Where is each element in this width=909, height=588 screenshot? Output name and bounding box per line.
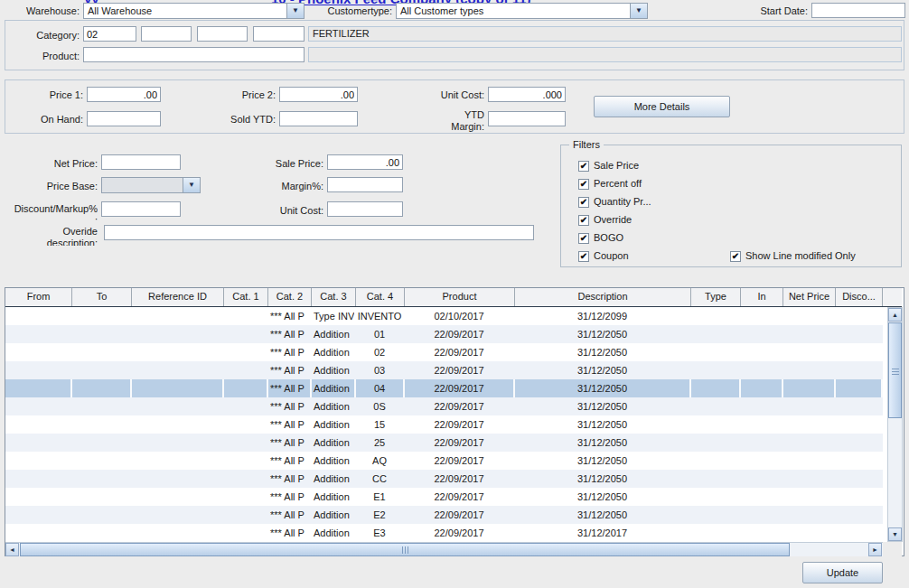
table-row[interactable]: *** All P Addition 0S 22/09/2017 31/12/2… xyxy=(5,397,883,415)
cell-cat3: Addition xyxy=(312,470,356,488)
cell-cat3: Addition xyxy=(312,397,356,415)
column-header-cat4[interactable]: Cat. 4 xyxy=(356,288,405,306)
price1-input[interactable] xyxy=(87,87,161,102)
column-header-filler xyxy=(883,288,902,306)
unit-cost2-input[interactable] xyxy=(327,201,403,217)
table-row[interactable]: *** All P Addition E1 22/09/2017 31/12/2… xyxy=(5,488,883,506)
cell-from xyxy=(5,488,72,506)
sale-price-input[interactable] xyxy=(327,154,403,170)
filter-bogo-checkbox[interactable]: ✔ BOGO xyxy=(578,232,623,244)
filter-percent-off-checkbox[interactable]: ✔ Percent off xyxy=(578,178,642,190)
cell-reference-id xyxy=(132,434,224,452)
table-row[interactable]: *** All P Addition 04 22/09/2017 31/12/2… xyxy=(5,379,883,397)
warehouse-label: Warehouse: xyxy=(16,5,80,17)
column-header-to[interactable]: To xyxy=(72,288,132,306)
cell-cat2: *** All P xyxy=(268,470,312,488)
on-hand-input[interactable] xyxy=(87,111,161,126)
category-code2-input[interactable] xyxy=(141,26,192,42)
cell-cat2: *** All P xyxy=(268,325,312,343)
cell-discount xyxy=(836,434,883,452)
column-header-cat1[interactable]: Cat. 1 xyxy=(224,288,268,306)
scroll-right-icon[interactable]: ► xyxy=(868,543,882,556)
cell-net-price xyxy=(783,397,836,415)
horizontal-scrollbar[interactable]: ◄ ► xyxy=(5,542,883,556)
cell-cat1 xyxy=(224,470,268,488)
cell-from xyxy=(5,506,72,524)
customertype-combo-value: All Customer types xyxy=(397,4,630,18)
column-header-cat2[interactable]: Cat. 2 xyxy=(268,288,312,306)
filter-label: Sale Price xyxy=(594,160,639,172)
customertype-combo[interactable]: All Customer types ▼ xyxy=(396,3,648,19)
on-hand-label: On Hand: xyxy=(20,114,83,126)
category-code3-input[interactable] xyxy=(197,26,248,42)
table-row[interactable]: *** All P Addition 02 22/09/2017 31/12/2… xyxy=(5,343,883,361)
start-date-input[interactable] xyxy=(811,3,905,18)
cell-to xyxy=(72,325,132,343)
column-header-reference-id[interactable]: Reference ID xyxy=(132,288,224,306)
cell-cat2: *** All P xyxy=(268,506,312,524)
cell-from xyxy=(5,325,72,343)
scroll-up-icon[interactable]: ▲ xyxy=(888,308,902,322)
more-details-button[interactable]: More Details xyxy=(594,96,730,117)
unit-cost-input[interactable] xyxy=(488,87,566,102)
cell-cat1 xyxy=(224,325,268,343)
filter-coupon-checkbox[interactable]: ✔ Coupon xyxy=(578,250,629,262)
filter-label: BOGO xyxy=(594,232,623,244)
column-header-discount[interactable]: Disco... xyxy=(836,288,883,306)
chevron-down-icon[interactable]: ▼ xyxy=(630,4,647,18)
price2-input[interactable] xyxy=(279,87,358,102)
chevron-down-icon[interactable]: ▼ xyxy=(183,178,200,192)
column-header-type[interactable]: Type xyxy=(691,288,741,306)
table-row[interactable]: *** All P Addition E3 22/09/2017 31/12/2… xyxy=(5,524,883,542)
chevron-down-icon[interactable]: ▼ xyxy=(286,4,304,18)
column-header-product[interactable]: Product xyxy=(405,288,515,306)
discount-markup-input[interactable] xyxy=(101,201,181,217)
table-row[interactable]: *** All P Addition 03 22/09/2017 31/12/2… xyxy=(5,361,883,379)
ytd-margin-input[interactable] xyxy=(488,111,566,126)
update-button[interactable]: Update xyxy=(802,562,883,583)
override-description-label: Overide description: xyxy=(25,226,98,246)
filter-quantity-price-checkbox[interactable]: ✔ Quantity Pr... xyxy=(578,196,651,208)
cell-cat2: *** All P xyxy=(268,452,312,470)
table-row[interactable]: *** All P Addition 25 22/09/2017 31/12/2… xyxy=(5,434,883,452)
sold-ytd-input[interactable] xyxy=(279,111,358,126)
cell-cat3: Addition xyxy=(312,379,356,397)
cell-discount xyxy=(836,361,883,379)
table-row[interactable]: *** All P Addition CC 22/09/2017 31/12/2… xyxy=(5,470,883,488)
table-row[interactable]: *** All P Addition 15 22/09/2017 31/12/2… xyxy=(5,415,883,434)
override-description-input[interactable] xyxy=(104,225,534,240)
category-description-field: FERTILIZER xyxy=(308,26,902,42)
column-header-description[interactable]: Description xyxy=(515,288,691,306)
warehouse-combo[interactable]: All Warehouse ▼ xyxy=(83,3,305,19)
cell-product: 22/09/2017 xyxy=(405,452,515,470)
table-row[interactable]: *** All P Addition 01 22/09/2017 31/12/2… xyxy=(5,325,883,343)
cell-type xyxy=(691,307,741,325)
column-header-net-price[interactable]: Net Price xyxy=(783,288,836,306)
cell-from xyxy=(5,361,72,379)
cell-to xyxy=(72,379,132,397)
price-base-combo[interactable]: ▼ xyxy=(101,177,201,193)
category-code4-input[interactable] xyxy=(253,26,305,42)
filter-sale-price-checkbox[interactable]: ✔ Sale Price xyxy=(578,160,639,172)
cell-cat1 xyxy=(224,488,268,506)
table-row[interactable]: *** All P Addition E2 22/09/2017 31/12/2… xyxy=(5,506,883,524)
product-input[interactable] xyxy=(83,47,305,62)
vertical-scrollbar-thumb[interactable] xyxy=(888,322,902,418)
scroll-left-icon[interactable]: ◄ xyxy=(5,543,19,556)
category-code1-input[interactable] xyxy=(83,26,136,42)
show-line-modified-checkbox[interactable]: ✔ Show Line modified Only xyxy=(730,250,856,262)
column-header-cat3[interactable]: Cat. 3 xyxy=(312,288,356,306)
table-row[interactable]: *** All P Addition AQ 22/09/2017 31/12/2… xyxy=(5,452,883,470)
cell-cat3: Addition xyxy=(312,361,356,379)
horizontal-scrollbar-thumb[interactable] xyxy=(20,543,790,556)
vertical-scrollbar[interactable]: ▲ ▼ xyxy=(887,307,903,542)
filter-override-checkbox[interactable]: ✔ Override xyxy=(578,214,632,226)
column-header-from[interactable]: From xyxy=(5,288,72,306)
table-row[interactable]: *** All P Type INV INVENTO 02/10/2017 31… xyxy=(5,307,883,325)
sold-ytd-label: Sold YTD: xyxy=(212,114,276,126)
cell-net-price xyxy=(783,506,836,524)
scroll-down-icon[interactable]: ▼ xyxy=(888,527,902,541)
margin-input[interactable] xyxy=(327,177,403,192)
net-price-input[interactable] xyxy=(101,154,181,170)
column-header-in[interactable]: In xyxy=(741,288,783,306)
